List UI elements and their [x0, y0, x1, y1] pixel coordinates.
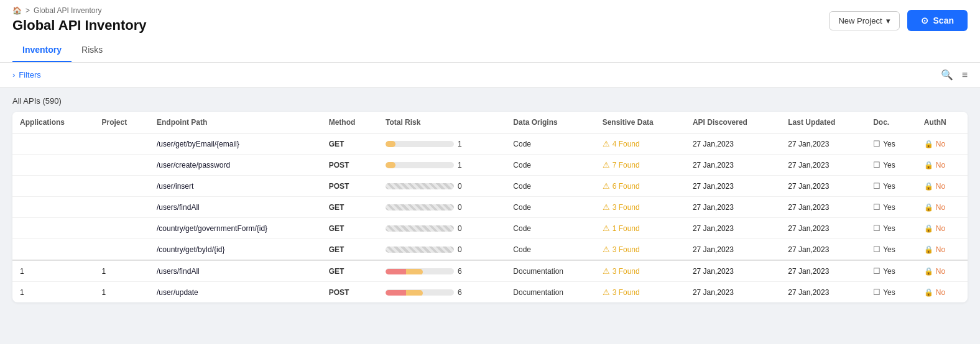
table-row[interactable]: /users/findAll GET 0 Code ⚠ 3 Found 27 J… [12, 197, 968, 218]
cell-data-origins: Code [506, 176, 594, 197]
cell-data-origins: Code [506, 197, 594, 218]
document-icon: ☐ [873, 139, 881, 148]
lock-icon: 🔒 [924, 203, 933, 212]
document-icon: ☐ [873, 160, 881, 170]
cell-data-origins: Code [506, 218, 594, 239]
cell-endpoint-path: /country/get/governmentForm/{id} [149, 218, 321, 239]
col-doc: Doc. [866, 112, 917, 134]
chevron-down-icon: ▾ [886, 16, 890, 25]
cell-doc: ☐ Yes [866, 218, 917, 239]
table-row[interactable]: 1 1 /user/update POST 6 Documentation ⚠ … [12, 282, 968, 303]
lock-icon: 🔒 [924, 161, 933, 170]
cell-sensitive-data: ⚠ 6 Found [595, 176, 685, 197]
col-total-risk: Total Risk [378, 112, 506, 134]
tab-risks[interactable]: Risks [72, 38, 113, 62]
cell-last-updated: 27 Jan,2023 [780, 176, 866, 197]
cell-method: GET [321, 197, 378, 218]
cell-endpoint-path: /user/get/byEmail/{email} [149, 134, 321, 155]
table-row[interactable]: /user/get/byEmail/{email} GET 1 Code ⚠ 4… [12, 134, 968, 155]
cell-endpoint-path: /user/insert [149, 176, 321, 197]
cell-project [94, 197, 149, 218]
cell-sensitive-data: ⚠ 3 Found [595, 282, 685, 303]
cell-last-updated: 27 Jan,2023 [780, 218, 866, 239]
cell-sensitive-data: ⚠ 7 Found [595, 155, 685, 176]
cell-last-updated: 27 Jan,2023 [780, 239, 866, 261]
filter-icons: 🔍 ≡ [941, 69, 968, 81]
lock-icon: 🔒 [924, 267, 933, 276]
document-icon: ☐ [873, 202, 881, 212]
scan-label: Scan [933, 16, 954, 25]
cell-sensitive-data: ⚠ 4 Found [595, 134, 685, 155]
cell-applications [12, 239, 94, 261]
cell-project [94, 176, 149, 197]
col-api-discovered: API Discovered [685, 112, 780, 134]
cell-authn: 🔒 No [917, 239, 968, 261]
table-row[interactable]: /country/get/byId/{id} GET 0 Code ⚠ 3 Fo… [12, 239, 968, 261]
document-icon: ☐ [873, 245, 881, 254]
col-applications: Applications [12, 112, 94, 134]
cell-project [94, 155, 149, 176]
cell-doc: ☐ Yes [866, 134, 917, 155]
cell-api-discovered: 27 Jan,2023 [685, 176, 780, 197]
filter-bar: › Filters 🔍 ≡ [0, 63, 980, 88]
cell-api-discovered: 27 Jan,2023 [685, 134, 780, 155]
cell-authn: 🔒 No [917, 197, 968, 218]
document-icon: ☐ [873, 181, 881, 191]
cell-last-updated: 27 Jan,2023 [780, 134, 866, 155]
warning-icon: ⚠ [603, 287, 610, 297]
filter-icon[interactable]: ≡ [962, 70, 968, 81]
cell-authn: 🔒 No [917, 176, 968, 197]
table-row[interactable]: /user/insert POST 0 Code ⚠ 6 Found 27 Ja… [12, 176, 968, 197]
cell-total-risk: 6 [378, 260, 506, 282]
cell-api-discovered: 27 Jan,2023 [685, 260, 780, 282]
warning-icon: ⚠ [603, 139, 610, 148]
warning-icon: ⚠ [603, 266, 610, 276]
cell-project: 1 [94, 282, 149, 303]
cell-sensitive-data: ⚠ 1 Found [595, 218, 685, 239]
lock-icon: 🔒 [924, 245, 933, 254]
cell-sensitive-data: ⚠ 3 Found [595, 197, 685, 218]
warning-icon: ⚠ [603, 181, 610, 191]
cell-total-risk: 1 [378, 155, 506, 176]
document-icon: ☐ [873, 287, 881, 297]
cell-api-discovered: 27 Jan,2023 [685, 197, 780, 218]
home-icon[interactable]: 🏠 [12, 6, 22, 15]
table-row[interactable]: /user/create/password POST 1 Code ⚠ 7 Fo… [12, 155, 968, 176]
cell-total-risk: 0 [378, 197, 506, 218]
filters-toggle[interactable]: › Filters [12, 70, 41, 79]
lock-icon: 🔒 [924, 182, 933, 191]
breadcrumb: 🏠 > Global API Inventory [12, 6, 968, 15]
cell-data-origins: Documentation [506, 260, 594, 282]
table-row[interactable]: 1 1 /users/findAll GET 6 Documentation ⚠… [12, 260, 968, 282]
search-icon[interactable]: 🔍 [941, 69, 953, 81]
cell-authn: 🔒 No [917, 218, 968, 239]
cell-applications [12, 218, 94, 239]
cell-applications [12, 134, 94, 155]
cell-doc: ☐ Yes [866, 239, 917, 261]
cell-api-discovered: 27 Jan,2023 [685, 218, 780, 239]
cell-method: GET [321, 260, 378, 282]
col-project: Project [94, 112, 149, 134]
cell-total-risk: 6 [378, 282, 506, 303]
cell-applications: 1 [12, 260, 94, 282]
cell-project [94, 134, 149, 155]
page-title: Global API Inventory [12, 17, 968, 34]
cell-doc: ☐ Yes [866, 155, 917, 176]
cell-method: POST [321, 176, 378, 197]
new-project-button[interactable]: New Project ▾ [829, 11, 899, 30]
tab-inventory[interactable]: Inventory [12, 38, 72, 62]
warning-icon: ⚠ [603, 224, 610, 233]
cell-project: 1 [94, 260, 149, 282]
cell-authn: 🔒 No [917, 155, 968, 176]
cell-doc: ☐ Yes [866, 176, 917, 197]
cell-doc: ☐ Yes [866, 260, 917, 282]
cell-method: GET [321, 134, 378, 155]
col-method: Method [321, 112, 378, 134]
tabs: Inventory Risks [12, 38, 968, 62]
cell-data-origins: Documentation [506, 282, 594, 303]
table-label: All APIs (590) [12, 96, 968, 106]
table-row[interactable]: /country/get/governmentForm/{id} GET 0 C… [12, 218, 968, 239]
scan-button[interactable]: ⊙ Scan [907, 10, 968, 31]
col-endpoint-path: Endpoint Path [149, 112, 321, 134]
cell-endpoint-path: /user/update [149, 282, 321, 303]
